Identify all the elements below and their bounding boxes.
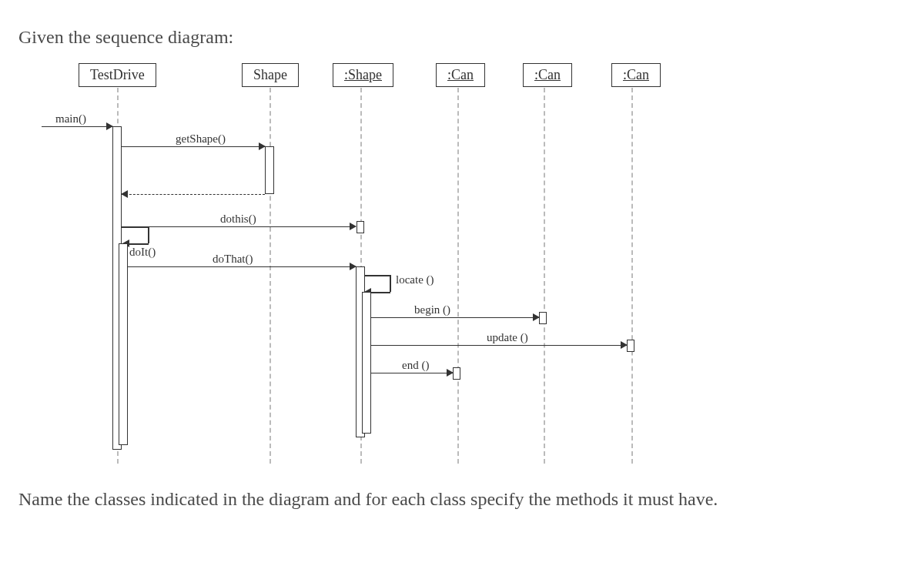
message-main: main(): [42, 116, 112, 129]
lifeline-can-1: [457, 88, 459, 464]
message-getshape: getShape(): [122, 136, 265, 149]
intro-text: Given the sequence diagram:: [18, 25, 906, 49]
message-dothat: doThat(): [128, 256, 356, 270]
message-end: end (): [371, 362, 453, 376]
activation-end: [453, 367, 460, 380]
message-dothis: dothis(): [128, 216, 356, 229]
participant-shape-class: Shape: [242, 63, 299, 87]
return-getshape: [122, 183, 265, 197]
activation-shape-locate: [362, 292, 371, 434]
message-begin: begin (): [371, 306, 539, 320]
lifeline-can-3: [631, 88, 633, 464]
activation-testdrive-doit: [119, 243, 128, 445]
lifeline-shape-class: [270, 88, 271, 464]
participant-can-1: :Can: [436, 63, 485, 87]
participant-shape-instance: :Shape: [333, 63, 393, 87]
outro-text: Name the classes indicated in the diagra…: [18, 487, 906, 511]
participant-testdrive: TestDrive: [79, 63, 156, 87]
participant-can-3: :Can: [611, 63, 661, 87]
activation-dothis: [357, 221, 364, 233]
message-update: update (): [371, 334, 627, 348]
activation-begin: [539, 312, 547, 324]
participant-can-2: :Can: [523, 63, 572, 87]
sequence-diagram: TestDrive Shape :Shape :Can :Can :Can ma…: [42, 63, 711, 464]
lifeline-can-2: [544, 88, 545, 464]
activation-shape-class: [265, 146, 274, 194]
activation-update: [627, 340, 634, 352]
